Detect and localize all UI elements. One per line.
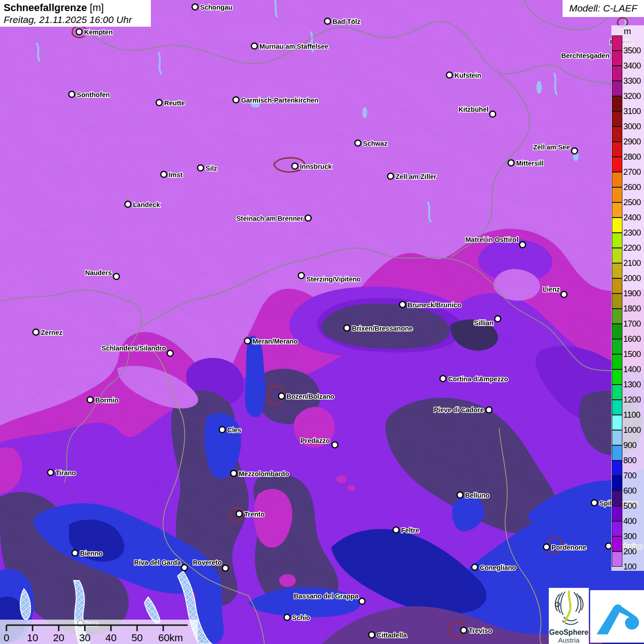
city-label: Schongau	[200, 4, 232, 11]
city-dot	[325, 18, 331, 24]
scale-label-20: 20	[53, 632, 64, 644]
legend-color-2100	[612, 248, 622, 263]
legend-color-500	[612, 491, 622, 506]
legend-color-400	[612, 506, 622, 521]
city-dot	[167, 351, 173, 356]
weather-map-page: SchongauBad TölzKemptenMurnau am Staffel…	[0, 0, 644, 644]
legend-color-1100	[612, 400, 622, 415]
legend-tick-2400: 2400	[623, 213, 641, 223]
city-marker-cortina-d-ampezzo: Cortina d'Ampezzo	[440, 375, 508, 383]
legend-tick-800: 800	[623, 456, 637, 466]
city-dot	[606, 543, 612, 549]
legend-tick-1000: 1000	[623, 426, 641, 435]
city-dot	[198, 165, 204, 171]
legend-tick-3100: 3100	[623, 107, 641, 116]
city-dot	[495, 316, 501, 322]
city-label: Cortina d'Ampezzo	[448, 375, 508, 383]
city-marker-trento: Trento	[236, 511, 265, 518]
legend-tick-3300: 3300	[623, 76, 641, 86]
legend-tick-2200: 2200	[623, 243, 641, 253]
city-marker-berchtesgaden: Berchtesgaden	[561, 52, 610, 59]
legend-tick-1200: 1200	[623, 395, 641, 405]
scale-label-40: 40	[105, 632, 116, 644]
city-dot	[219, 427, 225, 433]
city-label: Bassano del Grappa	[294, 592, 359, 600]
city-marker-zernez: Zernez	[33, 329, 63, 336]
city-marker-garmisch-partenkirchen: Garmisch-Partenkirchen	[233, 97, 319, 104]
city-marker-cles: Cles	[219, 426, 242, 434]
city-label: Reutte	[164, 99, 185, 107]
legend-tick-1500: 1500	[623, 350, 641, 359]
lake-east-edge	[536, 81, 542, 94]
city-dot	[223, 565, 229, 571]
city-marker-treviso: Treviso	[461, 627, 492, 634]
legend-color-1200	[612, 385, 622, 400]
city-marker-reutte: Reutte	[156, 99, 185, 107]
city-dot	[279, 393, 285, 399]
city-label: Mezzolombardo	[239, 470, 289, 477]
city-dot	[440, 376, 446, 382]
city-label: Pordenone	[552, 544, 586, 551]
city-dot	[69, 92, 75, 98]
city-label: Bienno	[80, 550, 103, 557]
legend-tick-100: 100	[623, 562, 637, 572]
city-label: Tirano	[56, 469, 76, 477]
city-label: Imst	[169, 171, 183, 178]
city-dot	[245, 338, 251, 344]
legend-tick-700: 700	[623, 471, 637, 481]
legend-color-3500	[612, 35, 622, 51]
city-label: Matrei in Osttirol	[466, 236, 518, 243]
city-dot	[490, 111, 496, 117]
city-label: Schwaz	[363, 140, 387, 147]
legend: m 35003400330032003100300029002800270026…	[611, 25, 644, 571]
legend-tick-1700: 1700	[623, 319, 641, 329]
city-dot	[447, 72, 453, 78]
city-dot	[192, 4, 198, 10]
city-label: Silz	[206, 165, 217, 172]
title-parameter: Schneefallgrenze	[4, 2, 87, 13]
city-dot	[520, 242, 526, 248]
geosphere-logo-name: GeoSphere	[549, 628, 589, 636]
city-dot	[388, 173, 394, 179]
city-label: Sillian	[474, 319, 494, 327]
legend-color-1800	[612, 293, 622, 309]
city-dot	[457, 492, 463, 498]
legend-tick-2100: 2100	[623, 259, 641, 268]
city-marker-pieve-di-cadore: Pieve di Cadore	[434, 406, 492, 414]
city-marker-steinach-am-brenner: Steinach am Brenner	[236, 215, 311, 222]
legend-color-600	[612, 476, 622, 491]
city-dot	[236, 511, 242, 517]
city-dot	[508, 160, 514, 166]
city-label: Zernez	[41, 329, 63, 336]
legend-tick-1300: 1300	[623, 380, 641, 390]
city-dot	[292, 163, 298, 169]
city-label: Berchtesgaden	[561, 52, 610, 59]
city-dot	[344, 325, 350, 331]
legend-color-300	[612, 521, 622, 536]
city-label: Murnau am Staffelsee	[259, 43, 328, 50]
city-marker-imst: Imst	[161, 171, 183, 178]
legend-tick-400: 400	[623, 517, 637, 526]
legend-tick-2700: 2700	[623, 167, 641, 177]
city-dot	[355, 140, 361, 146]
city-label: Bozen/Bolzano	[287, 393, 334, 400]
city-label: Rovereto	[193, 559, 222, 566]
legend-color-2300	[612, 218, 622, 233]
legend-color-100	[612, 552, 622, 567]
legend-color-1600	[612, 324, 622, 339]
snowfall-limit-map: SchongauBad TölzKemptenMurnau am Staffel…	[0, 0, 644, 644]
city-label: Meran/Merano	[253, 338, 298, 345]
legend-tick-3200: 3200	[623, 92, 641, 101]
legend-color-2000	[612, 263, 622, 278]
city-dot	[156, 100, 162, 106]
city-dot	[87, 397, 93, 403]
city-marker-bozen-bolzano: Bozen/Bolzano	[279, 393, 335, 400]
city-dot	[299, 273, 305, 279]
legend-tick-2500: 2500	[623, 198, 641, 207]
legend-unit-label: m	[624, 26, 631, 36]
scale-bar: 0102030405060km	[0, 620, 198, 644]
model-label: Modell: C-LAEF	[563, 0, 644, 17]
legend-color-2700	[612, 157, 622, 172]
city-label: Kufstein	[454, 72, 481, 79]
city-label: Riva del Garda	[134, 559, 181, 566]
